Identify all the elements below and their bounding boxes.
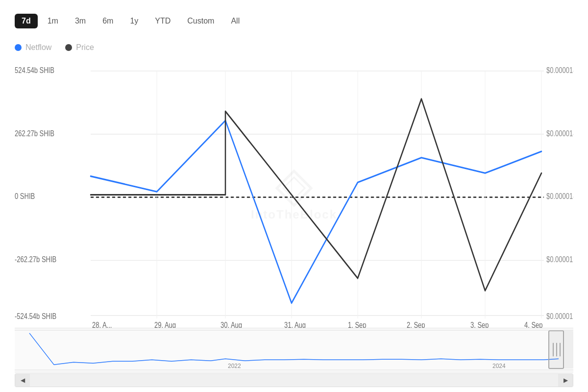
main-chart-svg: 524.54b SHIB 262.27b SHIB 0 SHIB -262.27…: [15, 62, 573, 328]
svg-text:$0.000013: $0.000013: [546, 255, 573, 264]
time-btn-1y[interactable]: 1y: [123, 14, 145, 28]
svg-text:2. Sep: 2. Sep: [407, 321, 425, 328]
netflow-dot: [15, 44, 22, 51]
svg-text:$0.000014: $0.000014: [546, 66, 573, 74]
svg-text:2024: 2024: [492, 363, 506, 369]
svg-text:2022: 2022: [228, 363, 241, 369]
time-btn-3m[interactable]: 3m: [68, 14, 93, 28]
svg-text:4. Sep: 4. Sep: [524, 321, 543, 328]
svg-rect-33: [15, 328, 573, 372]
scroll-right-button[interactable]: ▶: [558, 374, 573, 387]
svg-text:3. Sep: 3. Sep: [470, 321, 489, 328]
svg-text:31. Aug: 31. Aug: [284, 321, 306, 328]
time-btn-custom[interactable]: Custom: [180, 14, 221, 28]
svg-text:28. A...: 28. A...: [92, 321, 112, 328]
price-dot: [65, 44, 72, 51]
time-btn-ytd[interactable]: YTD: [148, 14, 177, 28]
time-btn-7d[interactable]: 7d: [15, 14, 38, 28]
navigator-area[interactable]: 2022 2024: [15, 328, 573, 372]
svg-text:-524.54b SHIB: -524.54b SHIB: [15, 312, 56, 321]
svg-text:$0.000014: $0.000014: [546, 129, 573, 138]
time-btn-all[interactable]: All: [224, 14, 246, 28]
svg-text:-262.27b SHIB: -262.27b SHIB: [15, 255, 56, 264]
netflow-label: Netflow: [25, 43, 51, 52]
chart-legend: Netflow Price: [15, 41, 573, 57]
price-label: Price: [76, 43, 94, 52]
svg-text:0 SHIB: 0 SHIB: [15, 192, 35, 201]
time-range-bar: 7d 1m 3m 6m 1y YTD Custom All: [15, 10, 573, 32]
scroll-bar: ◀ ▶: [15, 373, 573, 387]
legend-netflow: Netflow: [15, 43, 51, 52]
scroll-right-icon: ▶: [564, 377, 568, 384]
svg-text:$0.000014: $0.000014: [546, 192, 573, 201]
svg-text:30. Aug: 30. Aug: [220, 321, 242, 328]
svg-text:$0.000013: $0.000013: [546, 312, 573, 321]
svg-text:1. Sep: 1. Sep: [348, 321, 367, 328]
svg-text:29. Aug: 29. Aug: [154, 321, 176, 328]
time-btn-1m[interactable]: 1m: [41, 14, 65, 28]
chart-wrapper: IntoTheBlock 524.54b SHIB 262.27b SHIB 0…: [15, 62, 573, 387]
main-container: 7d 1m 3m 6m 1y YTD Custom All Netflow Pr…: [0, 0, 588, 392]
svg-text:262.27b SHIB: 262.27b SHIB: [15, 129, 54, 138]
scroll-track[interactable]: [30, 374, 558, 387]
svg-rect-40: [549, 331, 573, 368]
legend-price: Price: [65, 43, 94, 52]
scroll-left-icon: ◀: [21, 377, 25, 384]
time-btn-6m[interactable]: 6m: [96, 14, 120, 28]
navigator-svg: 2022 2024: [15, 328, 573, 372]
scroll-left-button[interactable]: ◀: [15, 374, 30, 387]
svg-text:524.54b SHIB: 524.54b SHIB: [15, 66, 54, 74]
main-chart-area[interactable]: IntoTheBlock 524.54b SHIB 262.27b SHIB 0…: [15, 62, 573, 328]
